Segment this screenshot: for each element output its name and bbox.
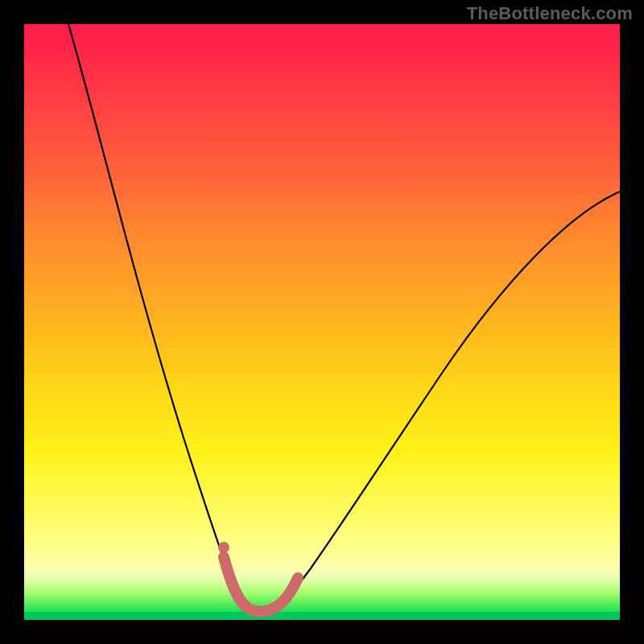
curve-svg (24, 24, 620, 620)
highlight-dot (218, 542, 229, 553)
watermark-text: TheBottleneck.com (467, 3, 633, 24)
highlight-dip (224, 557, 298, 612)
chart-frame: TheBottleneck.com (0, 0, 644, 644)
plot-area (24, 24, 620, 620)
bottleneck-curve (68, 24, 620, 613)
